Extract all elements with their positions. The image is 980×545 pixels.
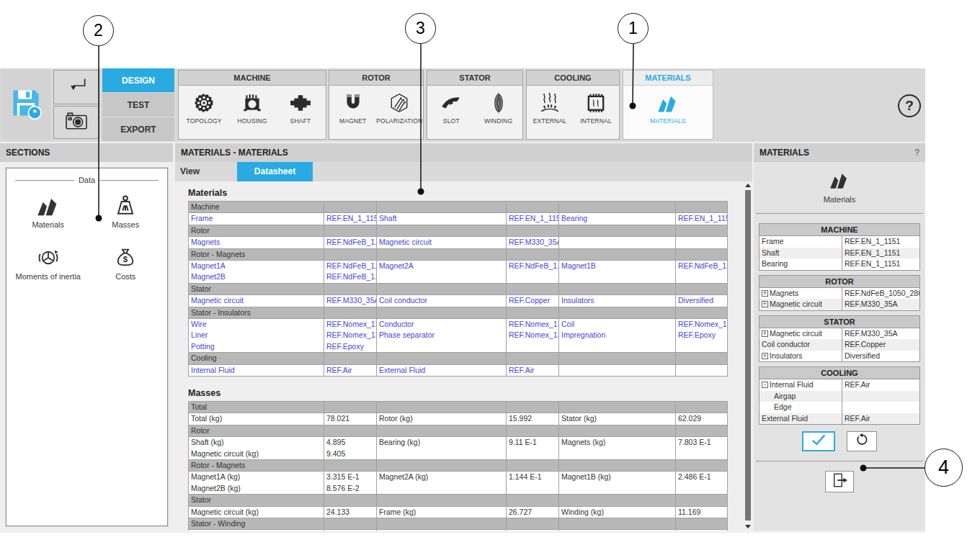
callout-number: 2 <box>94 21 103 40</box>
group-empty-cell <box>676 495 728 506</box>
scroll-down-arrow-icon[interactable] <box>745 525 751 528</box>
expand-icon[interactable]: + <box>762 330 768 337</box>
cell-value[interactable]: REF.Nomex_130REF.Epoxy <box>676 318 728 352</box>
section-item-moments-of-inertia[interactable]: Moments of inertia <box>9 245 87 281</box>
cell-label[interactable]: CoilImpregnation <box>559 318 676 352</box>
screenshot-camera-button[interactable] <box>53 106 99 139</box>
tab-datasheet[interactable]: Datasheet <box>237 162 313 181</box>
cell-value[interactable]: REF.Copper <box>507 295 559 307</box>
property-value[interactable]: REF.Air <box>842 413 919 425</box>
cell-value[interactable]: REF.NdFeB_1... <box>324 237 377 248</box>
toolbar-item-polarization[interactable]: POLARIZATION <box>376 91 422 125</box>
cell-label[interactable]: Bearing <box>559 213 676 225</box>
property-label[interactable]: Bearing <box>760 258 842 270</box>
cell-value[interactable]: REF.EN_1_1151 <box>507 213 559 225</box>
cell-label[interactable]: WireLinerPotting <box>189 318 324 352</box>
cell-label[interactable]: Magnetic circuit <box>189 295 324 307</box>
property-label[interactable]: +Magnetic circuit <box>760 299 842 310</box>
toolbar-item-slot[interactable]: SLOT <box>428 91 474 125</box>
toolbar-item-topology[interactable]: TOPOLOGY <box>181 91 227 125</box>
toolbar-item-shaft[interactable]: SHAFT <box>277 91 324 125</box>
internal-cooling-label: INTERNAL <box>580 117 612 125</box>
property-value[interactable]: REF.EN_1_1151 <box>842 236 919 248</box>
cell-label[interactable]: Magnet1AMagnet2B <box>189 261 324 284</box>
cell-label[interactable]: ConductorPhase separator <box>377 318 507 352</box>
cell-value[interactable]: REF.EN_1_1151 <box>324 213 377 225</box>
save-button[interactable]: * <box>1 70 50 139</box>
cell-value[interactable]: REF.Nomex_130REF.Nomex_130REF.Epoxy <box>324 318 377 352</box>
help-button[interactable]: ? <box>898 94 921 117</box>
panel-help-icon[interactable]: ? <box>914 143 919 162</box>
cell-value[interactable]: REF.M330_35A <box>507 237 559 248</box>
cell-label[interactable]: Magnets <box>189 237 324 248</box>
section-item-costs[interactable]: $ Costs <box>87 245 165 281</box>
property-value[interactable]: REF.EN_1_1151 <box>842 258 919 270</box>
property-label[interactable]: +Insulators <box>760 351 842 362</box>
cell-label[interactable]: Insulators <box>559 295 676 307</box>
cell-value[interactable]: REF.Air <box>324 364 377 376</box>
cell-label[interactable]: Shaft <box>377 213 507 225</box>
property-value[interactable]: REF.M330_35A <box>842 299 919 310</box>
property-label[interactable]: Frame <box>760 236 842 248</box>
apply-button[interactable] <box>802 431 835 451</box>
undo-button[interactable] <box>53 70 99 104</box>
reset-button[interactable] <box>847 431 877 451</box>
export-materials-button[interactable] <box>825 471 854 492</box>
scrollbar-thumb[interactable] <box>745 190 751 521</box>
cell-value[interactable]: REF.Air <box>507 364 559 376</box>
property-value[interactable] <box>842 391 919 402</box>
property-label[interactable]: Shaft <box>760 248 842 259</box>
property-value[interactable]: REF.Air <box>842 379 919 391</box>
toolbar-item-housing[interactable]: HOUSING <box>229 91 275 125</box>
cell-value[interactable] <box>676 364 728 376</box>
cell-value[interactable]: REF.NdFeB_1... <box>507 261 559 284</box>
cell-label[interactable]: Internal Fluid <box>189 364 324 376</box>
cell-label[interactable] <box>559 237 676 248</box>
tab-view[interactable]: View <box>175 162 236 181</box>
toolbar-item-winding[interactable]: WINDING <box>476 91 522 125</box>
toolbar-item-materials[interactable]: MATERIALS <box>645 91 691 125</box>
toolbar-item-external-cooling[interactable]: EXTERNAL <box>527 91 573 125</box>
cell-value[interactable]: REF.NdFeB_1... <box>676 261 728 284</box>
cell-label[interactable]: External Fluid <box>377 364 507 376</box>
toolbar-item-magnet[interactable]: MAGNET <box>330 91 376 125</box>
expand-icon[interactable]: + <box>762 353 768 359</box>
property-value[interactable]: REF.Copper <box>842 339 919 351</box>
cell-label[interactable]: Magnet1B <box>559 261 676 284</box>
tab-design[interactable]: DESIGN <box>102 68 174 93</box>
table-group-row: Machine <box>189 202 728 213</box>
property-label[interactable]: Airgap <box>760 391 842 402</box>
expand-icon[interactable]: + <box>762 290 768 297</box>
property-label[interactable]: Edge <box>760 402 842 413</box>
toolbar-item-internal-cooling[interactable]: INTERNAL <box>573 91 619 125</box>
scroll-up-arrow-icon[interactable] <box>745 184 751 187</box>
property-label[interactable]: Coil conductor <box>760 339 842 351</box>
section-item-masses[interactable]: Masses <box>87 193 165 229</box>
cell-value[interactable]: REF.M330_35A <box>324 295 377 307</box>
cell-value[interactable]: REF.EN_1_1151 <box>676 213 728 225</box>
property-label[interactable]: -Internal Fluid <box>760 379 842 391</box>
property-value[interactable]: REF.EN_1_1151 <box>842 248 919 259</box>
vertical-scrollbar[interactable] <box>744 184 752 528</box>
property-label[interactable]: +Magnetic circuit <box>760 328 842 340</box>
cell-label[interactable]: Coil conductor <box>377 295 507 307</box>
property-value[interactable]: REF.M330_35A <box>842 328 919 340</box>
property-value[interactable]: REF.NdFeB_1050_2800 <box>842 288 919 299</box>
property-value[interactable]: Diversified <box>842 351 919 362</box>
cell-label[interactable]: Magnetic circuit <box>377 237 507 248</box>
tab-export[interactable]: EXPORT <box>102 117 174 142</box>
cell-value[interactable]: REF.NdFeB_1...REF.NdFeB_1... <box>324 261 377 284</box>
property-label[interactable]: +Magnets <box>760 288 842 299</box>
property-value[interactable] <box>842 402 919 413</box>
cell-value[interactable]: Diversified <box>676 295 728 307</box>
cell-value[interactable] <box>676 237 728 248</box>
cell-label[interactable]: Magnet2A <box>377 261 507 284</box>
collapse-icon[interactable]: - <box>762 382 768 388</box>
cell-label[interactable] <box>559 364 676 376</box>
section-item-materials[interactable]: Materials <box>9 193 87 229</box>
cell-value[interactable]: REF.Nomex_130REF.Nomex_130 <box>507 318 559 352</box>
cell-label[interactable]: Frame <box>189 213 324 225</box>
expand-icon[interactable]: + <box>762 301 768 307</box>
property-label[interactable]: External Fluid <box>760 413 842 425</box>
tab-test[interactable]: TEST <box>102 93 174 117</box>
